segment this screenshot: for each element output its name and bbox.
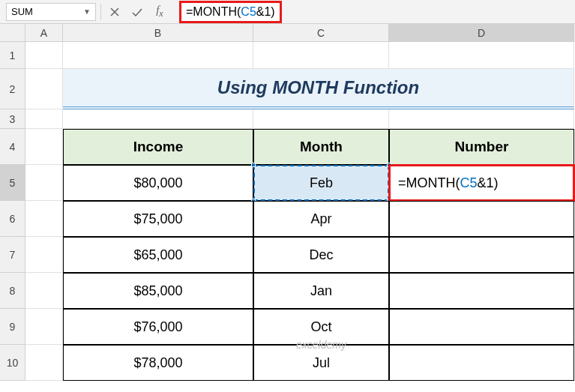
- cell[interactable]: [25, 345, 63, 381]
- row-header[interactable]: 4: [0, 129, 25, 165]
- cancel-icon[interactable]: [106, 3, 124, 21]
- cell[interactable]: [25, 69, 63, 109]
- cell[interactable]: [389, 109, 574, 129]
- cell[interactable]: [63, 42, 253, 69]
- cell-number[interactable]: [389, 201, 574, 237]
- spreadsheet-grid: A B C D 1 2 3 4 5 6 7 8 9 10 Using MONTH…: [0, 24, 575, 392]
- cell-income[interactable]: $75,000: [63, 201, 253, 237]
- table-header-income[interactable]: Income: [63, 129, 253, 165]
- cell-income[interactable]: $80,000: [63, 165, 253, 201]
- select-all-corner[interactable]: [0, 24, 25, 42]
- cell-income[interactable]: $78,000: [63, 345, 253, 381]
- table-header-month[interactable]: Month: [253, 129, 389, 165]
- row-header[interactable]: 5: [0, 165, 25, 201]
- col-header-d[interactable]: D: [389, 24, 574, 42]
- row-header[interactable]: 1: [0, 42, 25, 69]
- col-header-a[interactable]: A: [25, 24, 63, 42]
- name-box-value: SUM: [11, 6, 33, 17]
- cell[interactable]: [253, 42, 389, 69]
- row-header[interactable]: 2: [0, 69, 25, 109]
- cell[interactable]: [25, 165, 63, 201]
- formula-input[interactable]: =MONTH(C5&1): [173, 1, 569, 23]
- cell-number[interactable]: [389, 237, 574, 273]
- cell[interactable]: [253, 109, 389, 129]
- cell[interactable]: [389, 42, 574, 69]
- fx-icon[interactable]: fx: [151, 3, 169, 21]
- cell[interactable]: [25, 109, 63, 129]
- cell-month[interactable]: Dec: [253, 237, 389, 273]
- row-header[interactable]: 7: [0, 237, 25, 273]
- cell-income[interactable]: $65,000: [63, 237, 253, 273]
- cell[interactable]: [25, 42, 63, 69]
- range-handle[interactable]: [251, 163, 256, 167]
- formula-bar: SUM ▼ fx =MONTH(C5&1): [0, 0, 575, 24]
- watermark: exceldemy: [296, 339, 346, 351]
- row-header[interactable]: 10: [0, 345, 25, 381]
- cell-number[interactable]: [389, 345, 574, 381]
- cell[interactable]: [63, 109, 253, 129]
- chevron-down-icon[interactable]: ▼: [83, 7, 91, 16]
- formula-content: =MONTH(C5&1): [179, 1, 282, 23]
- divider: [100, 4, 101, 20]
- row-header[interactable]: 3: [0, 109, 25, 129]
- cell-month[interactable]: Apr: [253, 201, 389, 237]
- cell[interactable]: [25, 273, 63, 309]
- cell-income[interactable]: $76,000: [63, 309, 253, 345]
- cell-number[interactable]: [389, 273, 574, 309]
- page-title[interactable]: Using MONTH Function: [63, 69, 574, 109]
- cell[interactable]: [25, 201, 63, 237]
- row-header[interactable]: 9: [0, 309, 25, 345]
- cell-month-referenced[interactable]: Feb: [253, 165, 389, 201]
- row-header[interactable]: 8: [0, 273, 25, 309]
- cell-income[interactable]: $85,000: [63, 273, 253, 309]
- name-box[interactable]: SUM ▼: [6, 3, 96, 21]
- row-headers: 1 2 3 4 5 6 7 8 9 10: [0, 42, 25, 381]
- enter-icon[interactable]: [128, 3, 146, 21]
- cell[interactable]: [25, 309, 63, 345]
- cell[interactable]: [25, 129, 63, 165]
- table-header-number[interactable]: Number: [389, 129, 574, 165]
- cell-month[interactable]: Jan: [253, 273, 389, 309]
- edit-highlight: =MONTH(C5&1): [388, 164, 575, 202]
- col-header-c[interactable]: C: [253, 24, 389, 42]
- cell-number[interactable]: [389, 309, 574, 345]
- cells-grid: Using MONTH Function Income Month Number…: [25, 42, 574, 381]
- cell[interactable]: [25, 237, 63, 273]
- cell-editing[interactable]: =MONTH(C5&1): [389, 165, 574, 201]
- col-header-b[interactable]: B: [63, 24, 253, 42]
- row-header[interactable]: 6: [0, 201, 25, 237]
